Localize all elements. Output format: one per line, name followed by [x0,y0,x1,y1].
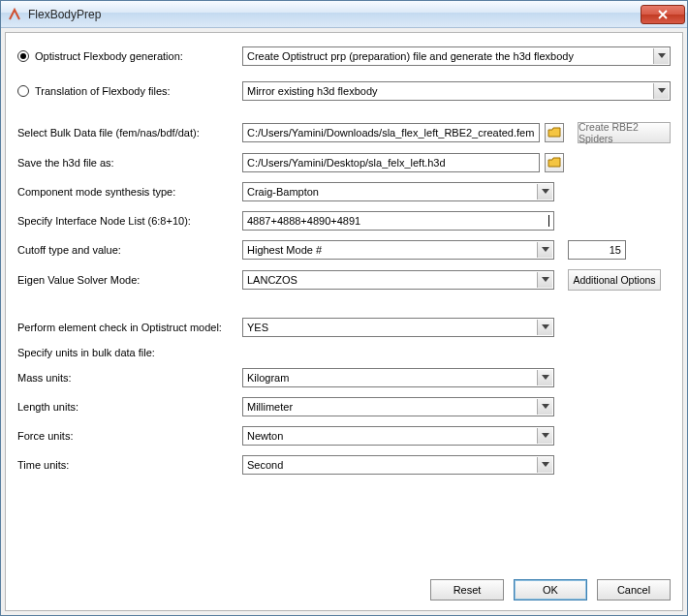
window-title: FlexBodyPrep [28,8,641,21]
row-save-h3d: Save the h3d file as: C:/Users/Yamini/De… [17,153,671,172]
create-rbe2-button[interactable]: Create RBE2 Spiders [578,122,671,143]
input-bulk-file[interactable]: C:/Users/Yamini/Downloads/sla_flex_left_… [242,123,540,142]
flexbodyprep-window: FlexBodyPrep Optistruct Flexbody generat… [0,0,688,616]
chevron-down-icon [537,184,552,200]
row-nodelist: Specify Interface Node List (6:8+10): 48… [17,211,671,231]
browse-bulk-button[interactable] [545,123,564,142]
label-mass: Mass units: [17,372,242,384]
label-bulk: Select Bulk Data file (fem/nas/bdf/dat): [17,127,242,139]
select-elemcheck[interactable]: YES [242,318,554,337]
content-area: Optistruct Flexbody generation: Create O… [1,28,687,615]
chevron-down-icon [537,428,552,444]
row-eigen: Eigen Value Solver Mode: LANCZOS Additio… [17,269,671,291]
chevron-down-icon [537,399,552,415]
label-time: Time units: [17,459,242,471]
select-eigen-mode[interactable]: LANCZOS [242,270,554,290]
select-length-units[interactable]: Millimeter [242,397,554,416]
chevron-down-icon [537,457,552,473]
label-length: Length units: [17,401,242,413]
label-optistruct: Optistruct Flexbody generation: [35,50,183,62]
footer-buttons: Reset OK Cancel [17,571,671,601]
row-specify-units: Specify units in bulk data file: [17,347,671,358]
browse-save-button[interactable] [545,153,564,172]
row-time-units: Time units: Second [17,455,671,475]
input-save-h3d[interactable]: C:/Users/Yamini/Desktop/sla_felx_left.h3… [242,153,540,172]
label-elemcheck: Perform element check in Optistruct mode… [17,322,242,333]
main-panel: Optistruct Flexbody generation: Create O… [5,32,683,611]
row-translation: Translation of Flexbody files: Mirror ex… [17,81,671,101]
chevron-down-icon [537,370,552,385]
select-optistruct-mode[interactable]: Create Optistruct prp (preparation) file… [242,46,671,66]
titlebar: FlexBodyPrep [1,1,687,28]
cancel-button[interactable]: Cancel [597,579,671,601]
input-cutoff-value[interactable]: 15 [568,240,626,260]
chevron-down-icon [537,242,552,258]
label-nodelist: Specify Interface Node List (6:8+10): [17,215,242,227]
label-translation: Translation of Flexbody files: [35,85,171,97]
input-nodelist[interactable]: 4887+4888+4890+4891 [242,211,554,231]
row-optistruct-gen: Optistruct Flexbody generation: Create O… [17,46,671,66]
chevron-down-icon [537,272,552,288]
label-cms: Component mode synthesis type: [17,186,242,198]
label-save-h3d: Save the h3d file as: [17,157,242,169]
reset-button[interactable]: Reset [430,579,504,601]
row-cutoff: Cutoff type and value: Highest Mode # 15 [17,240,671,260]
label-eigen: Eigen Value Solver Mode: [17,274,242,286]
label-specify-units: Specify units in bulk data file: [17,347,242,358]
chevron-down-icon [653,48,669,64]
chevron-down-icon [537,320,552,335]
select-time-units[interactable]: Second [242,455,554,475]
select-cms-type[interactable]: Craig-Bampton [242,182,554,201]
row-mass-units: Mass units: Kilogram [17,368,671,387]
row-cms: Component mode synthesis type: Craig-Bam… [17,182,671,201]
row-bulk-data: Select Bulk Data file (fem/nas/bdf/dat):… [17,122,671,143]
select-cutoff-type[interactable]: Highest Mode # [242,240,554,260]
radio-optistruct[interactable] [17,50,29,62]
app-icon [7,7,22,22]
chevron-down-icon [653,83,669,99]
radio-translation[interactable] [17,85,29,97]
row-force-units: Force units: Newton [17,426,671,446]
ok-button[interactable]: OK [514,579,587,601]
close-button[interactable] [641,5,685,24]
row-elemcheck: Perform element check in Optistruct mode… [17,318,671,337]
additional-options-button[interactable]: Additional Options [568,269,661,291]
row-length-units: Length units: Millimeter [17,397,671,416]
select-mass-units[interactable]: Kilogram [242,368,554,387]
select-force-units[interactable]: Newton [242,426,554,446]
label-force: Force units: [17,430,242,442]
select-translation-mode[interactable]: Mirror existing h3d flexbody [242,81,671,101]
label-cutoff: Cutoff type and value: [17,244,242,256]
